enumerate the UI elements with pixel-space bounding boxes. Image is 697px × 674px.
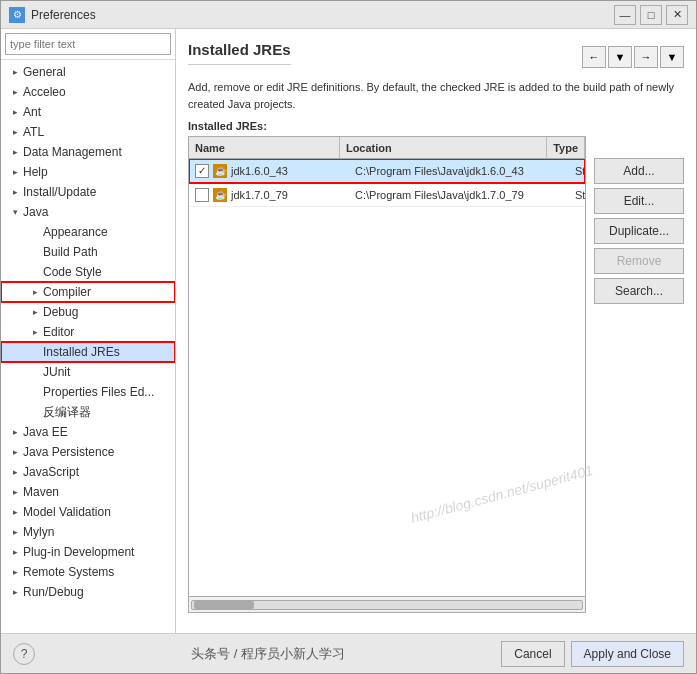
jre-name: jdk1.7.0_79 <box>231 189 288 201</box>
sidebar-item-appearance[interactable]: Appearance <box>1 222 175 242</box>
panel-description: Add, remove or edit JRE definitions. By … <box>188 79 684 112</box>
sidebar-item-editor[interactable]: Editor <box>1 322 175 342</box>
sidebar-item-debug[interactable]: Debug <box>1 302 175 322</box>
bottom-left: ? <box>13 643 35 665</box>
sidebar-item-label: Editor <box>43 325 74 339</box>
sidebar-item-label: Ant <box>23 105 41 119</box>
sidebar-item-label: Acceleo <box>23 85 66 99</box>
table-row[interactable]: ☕ jdk1.6.0_43 C:\Program Files\Java\jdk1… <box>189 159 585 183</box>
cell-name: ☕ jdk1.7.0_79 <box>189 186 349 204</box>
bottom-bar: ? 头条号 / 程序员小新人学习 Cancel Apply and Close <box>1 633 696 673</box>
jre-checkbox[interactable] <box>195 188 209 202</box>
cell-location: C:\Program Files\Java\jdk1.7.0_79 <box>349 187 569 203</box>
nav-back-button[interactable]: ← <box>582 46 606 68</box>
scrollbar-track[interactable] <box>191 600 583 610</box>
duplicate-button[interactable]: Duplicate... <box>594 218 684 244</box>
arrow-icon <box>9 566 21 578</box>
sidebar-item-general[interactable]: General <box>1 62 175 82</box>
nav-dropdown-button[interactable]: ▼ <box>608 46 632 68</box>
sidebar-item-compiler[interactable]: Compiler <box>1 282 175 302</box>
sidebar-item-model-validation[interactable]: Model Validation <box>1 502 175 522</box>
sidebar-item-help[interactable]: Help <box>1 162 175 182</box>
sidebar-item-label: Installed JREs <box>43 345 120 359</box>
arrow-icon <box>29 306 41 318</box>
sidebar-item-install-update[interactable]: Install/Update <box>1 182 175 202</box>
close-button[interactable]: ✕ <box>666 5 688 25</box>
nav-dropdown2-button[interactable]: ▼ <box>660 46 684 68</box>
arrow-icon <box>9 466 21 478</box>
sidebar-item-maven[interactable]: Maven <box>1 482 175 502</box>
search-input[interactable] <box>5 33 171 55</box>
remove-button[interactable]: Remove <box>594 248 684 274</box>
cell-type: Standa <box>569 163 585 179</box>
sidebar-item-atl[interactable]: ATL <box>1 122 175 142</box>
search-box <box>1 29 175 60</box>
sidebar-item-properties-files-editor[interactable]: Properties Files Ed... <box>1 382 175 402</box>
sidebar-item-label: Run/Debug <box>23 585 84 599</box>
panel-title: Installed JREs <box>188 41 291 65</box>
search-button[interactable]: Search... <box>594 278 684 304</box>
arrow-icon <box>9 146 21 158</box>
sidebar-item-javascript[interactable]: JavaScript <box>1 462 175 482</box>
maximize-button[interactable]: □ <box>640 5 662 25</box>
sidebar-item-build-path[interactable]: Build Path <box>1 242 175 262</box>
sidebar-item-data-management[interactable]: Data Management <box>1 142 175 162</box>
sidebar-item-label: Remote Systems <box>23 565 114 579</box>
sidebar-item-label: Model Validation <box>23 505 111 519</box>
arrow-icon <box>29 286 41 298</box>
table-row[interactable]: ☕ jdk1.7.0_79 C:\Program Files\Java\jdk1… <box>189 183 585 207</box>
table-header: Name Location Type <box>189 137 585 159</box>
sidebar-item-junit[interactable]: JUnit <box>1 362 175 382</box>
horizontal-scrollbar[interactable] <box>189 596 585 612</box>
sidebar-item-label: JavaScript <box>23 465 79 479</box>
title-bar-buttons: — □ ✕ <box>614 5 688 25</box>
sidebar-item-code-style[interactable]: Code Style <box>1 262 175 282</box>
jre-icon: ☕ <box>213 188 227 202</box>
sidebar-item-plugin-development[interactable]: Plug-in Development <box>1 542 175 562</box>
sidebar-item-java[interactable]: Java <box>1 202 175 222</box>
panel-nav: ← ▼ → ▼ <box>582 46 684 68</box>
right-panel: Installed JREs ← ▼ → ▼ Add, remove or ed… <box>176 29 696 633</box>
sidebar: General Acceleo Ant ATL <box>1 29 176 633</box>
add-button[interactable]: Add... <box>594 158 684 184</box>
sidebar-item-label: Appearance <box>43 225 108 239</box>
minimize-button[interactable]: — <box>614 5 636 25</box>
sidebar-item-run-debug[interactable]: Run/Debug <box>1 582 175 602</box>
sidebar-item-remote-systems[interactable]: Remote Systems <box>1 562 175 582</box>
arrow-icon <box>9 166 21 178</box>
col-header-type[interactable]: Type <box>547 137 585 158</box>
cell-name: ☕ jdk1.6.0_43 <box>189 162 349 180</box>
sidebar-item-label: Code Style <box>43 265 102 279</box>
arrow-icon <box>9 186 21 198</box>
edit-button[interactable]: Edit... <box>594 188 684 214</box>
table-area: Name Location Type ☕ jdk1.6.0_43 <box>188 136 684 613</box>
sidebar-item-label: Mylyn <box>23 525 54 539</box>
jre-checkbox[interactable] <box>195 164 209 178</box>
bottom-right: Cancel Apply and Close <box>501 641 684 667</box>
sidebar-item-mylyn[interactable]: Mylyn <box>1 522 175 542</box>
arrow-icon <box>9 206 21 218</box>
sidebar-item-label: 反编译器 <box>43 404 91 421</box>
apply-close-button[interactable]: Apply and Close <box>571 641 684 667</box>
side-buttons: Add... Edit... Duplicate... Remove Searc… <box>594 136 684 613</box>
col-header-location[interactable]: Location <box>340 137 547 158</box>
sidebar-item-java-persistence[interactable]: Java Persistence <box>1 442 175 462</box>
sidebar-item-label: Plug-in Development <box>23 545 134 559</box>
arrow-icon <box>9 106 21 118</box>
sidebar-item-label: ATL <box>23 125 44 139</box>
arrow-icon <box>9 526 21 538</box>
sidebar-item-acceleo[interactable]: Acceleo <box>1 82 175 102</box>
title-bar: ⚙ Preferences — □ ✕ <box>1 1 696 29</box>
installed-table: Name Location Type ☕ jdk1.6.0_43 <box>188 136 586 613</box>
help-button[interactable]: ? <box>13 643 35 665</box>
col-header-name[interactable]: Name <box>189 137 340 158</box>
sidebar-item-installed-jres[interactable]: Installed JREs <box>1 342 175 362</box>
scrollbar-thumb[interactable] <box>194 601 254 609</box>
nav-forward-button[interactable]: → <box>634 46 658 68</box>
table-body: ☕ jdk1.6.0_43 C:\Program Files\Java\jdk1… <box>189 159 585 596</box>
sidebar-item-decompiler[interactable]: 反编译器 <box>1 402 175 422</box>
sidebar-item-label: Java Persistence <box>23 445 114 459</box>
sidebar-item-java-ee[interactable]: Java EE <box>1 422 175 442</box>
sidebar-item-ant[interactable]: Ant <box>1 102 175 122</box>
cancel-button[interactable]: Cancel <box>501 641 564 667</box>
